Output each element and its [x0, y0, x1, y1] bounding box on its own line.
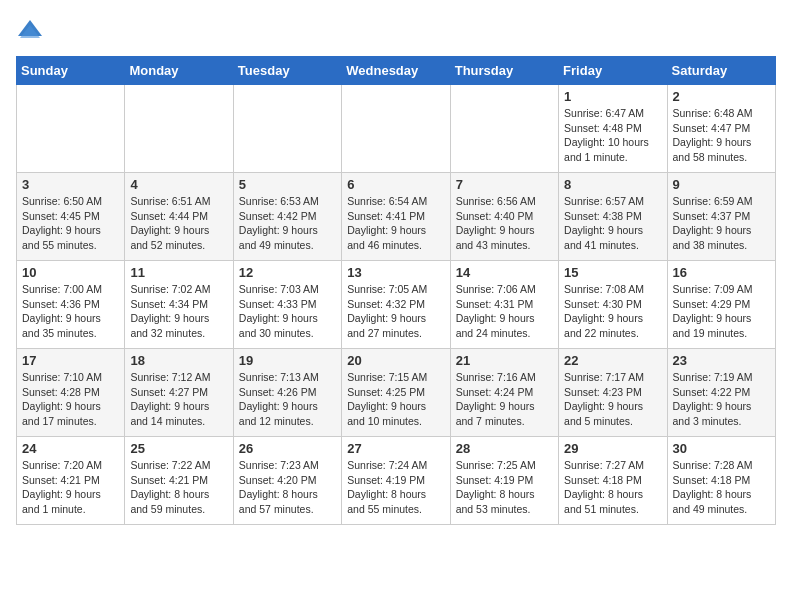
- calendar-cell: 18Sunrise: 7:12 AMSunset: 4:27 PMDayligh…: [125, 349, 233, 437]
- day-number: 7: [456, 177, 553, 192]
- day-number: 6: [347, 177, 444, 192]
- header: [16, 16, 776, 44]
- calendar-cell: 21Sunrise: 7:16 AMSunset: 4:24 PMDayligh…: [450, 349, 558, 437]
- calendar-cell: 4Sunrise: 6:51 AMSunset: 4:44 PMDaylight…: [125, 173, 233, 261]
- calendar-cell: 2Sunrise: 6:48 AMSunset: 4:47 PMDaylight…: [667, 85, 775, 173]
- calendar-cell: 17Sunrise: 7:10 AMSunset: 4:28 PMDayligh…: [17, 349, 125, 437]
- calendar-header-monday: Monday: [125, 57, 233, 85]
- calendar-cell: [342, 85, 450, 173]
- day-number: 15: [564, 265, 661, 280]
- calendar-header-tuesday: Tuesday: [233, 57, 341, 85]
- calendar-cell: 12Sunrise: 7:03 AMSunset: 4:33 PMDayligh…: [233, 261, 341, 349]
- calendar-week-5: 24Sunrise: 7:20 AMSunset: 4:21 PMDayligh…: [17, 437, 776, 525]
- day-info: Sunrise: 7:23 AMSunset: 4:20 PMDaylight:…: [239, 458, 336, 517]
- day-info: Sunrise: 7:09 AMSunset: 4:29 PMDaylight:…: [673, 282, 770, 341]
- calendar-cell: 22Sunrise: 7:17 AMSunset: 4:23 PMDayligh…: [559, 349, 667, 437]
- calendar-header-thursday: Thursday: [450, 57, 558, 85]
- logo-icon: [16, 16, 44, 44]
- day-number: 13: [347, 265, 444, 280]
- day-number: 12: [239, 265, 336, 280]
- day-number: 27: [347, 441, 444, 456]
- day-info: Sunrise: 7:27 AMSunset: 4:18 PMDaylight:…: [564, 458, 661, 517]
- day-number: 18: [130, 353, 227, 368]
- day-number: 30: [673, 441, 770, 456]
- day-number: 28: [456, 441, 553, 456]
- day-info: Sunrise: 7:24 AMSunset: 4:19 PMDaylight:…: [347, 458, 444, 517]
- calendar-cell: 26Sunrise: 7:23 AMSunset: 4:20 PMDayligh…: [233, 437, 341, 525]
- day-number: 10: [22, 265, 119, 280]
- calendar-week-4: 17Sunrise: 7:10 AMSunset: 4:28 PMDayligh…: [17, 349, 776, 437]
- calendar-cell: 6Sunrise: 6:54 AMSunset: 4:41 PMDaylight…: [342, 173, 450, 261]
- calendar-cell: 8Sunrise: 6:57 AMSunset: 4:38 PMDaylight…: [559, 173, 667, 261]
- day-info: Sunrise: 7:08 AMSunset: 4:30 PMDaylight:…: [564, 282, 661, 341]
- day-info: Sunrise: 7:25 AMSunset: 4:19 PMDaylight:…: [456, 458, 553, 517]
- calendar-cell: 23Sunrise: 7:19 AMSunset: 4:22 PMDayligh…: [667, 349, 775, 437]
- calendar-cell: 3Sunrise: 6:50 AMSunset: 4:45 PMDaylight…: [17, 173, 125, 261]
- logo: [16, 16, 48, 44]
- day-info: Sunrise: 6:59 AMSunset: 4:37 PMDaylight:…: [673, 194, 770, 253]
- day-info: Sunrise: 6:56 AMSunset: 4:40 PMDaylight:…: [456, 194, 553, 253]
- calendar-cell: 14Sunrise: 7:06 AMSunset: 4:31 PMDayligh…: [450, 261, 558, 349]
- day-number: 9: [673, 177, 770, 192]
- day-number: 20: [347, 353, 444, 368]
- calendar-cell: 7Sunrise: 6:56 AMSunset: 4:40 PMDaylight…: [450, 173, 558, 261]
- calendar-header-row: SundayMondayTuesdayWednesdayThursdayFrid…: [17, 57, 776, 85]
- calendar-cell: 25Sunrise: 7:22 AMSunset: 4:21 PMDayligh…: [125, 437, 233, 525]
- day-number: 8: [564, 177, 661, 192]
- day-info: Sunrise: 7:19 AMSunset: 4:22 PMDaylight:…: [673, 370, 770, 429]
- day-number: 17: [22, 353, 119, 368]
- day-number: 23: [673, 353, 770, 368]
- calendar-week-1: 1Sunrise: 6:47 AMSunset: 4:48 PMDaylight…: [17, 85, 776, 173]
- day-info: Sunrise: 6:50 AMSunset: 4:45 PMDaylight:…: [22, 194, 119, 253]
- calendar-cell: 1Sunrise: 6:47 AMSunset: 4:48 PMDaylight…: [559, 85, 667, 173]
- day-info: Sunrise: 7:06 AMSunset: 4:31 PMDaylight:…: [456, 282, 553, 341]
- day-info: Sunrise: 6:48 AMSunset: 4:47 PMDaylight:…: [673, 106, 770, 165]
- day-info: Sunrise: 7:17 AMSunset: 4:23 PMDaylight:…: [564, 370, 661, 429]
- calendar-cell: [125, 85, 233, 173]
- day-info: Sunrise: 7:22 AMSunset: 4:21 PMDaylight:…: [130, 458, 227, 517]
- day-number: 26: [239, 441, 336, 456]
- calendar-cell: 19Sunrise: 7:13 AMSunset: 4:26 PMDayligh…: [233, 349, 341, 437]
- day-number: 25: [130, 441, 227, 456]
- calendar-cell: 9Sunrise: 6:59 AMSunset: 4:37 PMDaylight…: [667, 173, 775, 261]
- day-number: 24: [22, 441, 119, 456]
- day-info: Sunrise: 7:00 AMSunset: 4:36 PMDaylight:…: [22, 282, 119, 341]
- calendar-week-2: 3Sunrise: 6:50 AMSunset: 4:45 PMDaylight…: [17, 173, 776, 261]
- day-info: Sunrise: 7:16 AMSunset: 4:24 PMDaylight:…: [456, 370, 553, 429]
- calendar-cell: 27Sunrise: 7:24 AMSunset: 4:19 PMDayligh…: [342, 437, 450, 525]
- day-info: Sunrise: 7:28 AMSunset: 4:18 PMDaylight:…: [673, 458, 770, 517]
- day-info: Sunrise: 7:10 AMSunset: 4:28 PMDaylight:…: [22, 370, 119, 429]
- calendar: SundayMondayTuesdayWednesdayThursdayFrid…: [16, 56, 776, 525]
- calendar-cell: 13Sunrise: 7:05 AMSunset: 4:32 PMDayligh…: [342, 261, 450, 349]
- calendar-cell: 10Sunrise: 7:00 AMSunset: 4:36 PMDayligh…: [17, 261, 125, 349]
- day-number: 2: [673, 89, 770, 104]
- calendar-header-sunday: Sunday: [17, 57, 125, 85]
- calendar-week-3: 10Sunrise: 7:00 AMSunset: 4:36 PMDayligh…: [17, 261, 776, 349]
- calendar-header-saturday: Saturday: [667, 57, 775, 85]
- day-info: Sunrise: 7:02 AMSunset: 4:34 PMDaylight:…: [130, 282, 227, 341]
- calendar-cell: 28Sunrise: 7:25 AMSunset: 4:19 PMDayligh…: [450, 437, 558, 525]
- calendar-cell: 30Sunrise: 7:28 AMSunset: 4:18 PMDayligh…: [667, 437, 775, 525]
- day-info: Sunrise: 7:13 AMSunset: 4:26 PMDaylight:…: [239, 370, 336, 429]
- day-number: 29: [564, 441, 661, 456]
- day-number: 1: [564, 89, 661, 104]
- calendar-header-friday: Friday: [559, 57, 667, 85]
- page: SundayMondayTuesdayWednesdayThursdayFrid…: [0, 0, 792, 541]
- day-info: Sunrise: 7:20 AMSunset: 4:21 PMDaylight:…: [22, 458, 119, 517]
- day-info: Sunrise: 6:53 AMSunset: 4:42 PMDaylight:…: [239, 194, 336, 253]
- day-number: 14: [456, 265, 553, 280]
- day-number: 3: [22, 177, 119, 192]
- day-number: 19: [239, 353, 336, 368]
- day-number: 4: [130, 177, 227, 192]
- day-info: Sunrise: 6:47 AMSunset: 4:48 PMDaylight:…: [564, 106, 661, 165]
- day-number: 21: [456, 353, 553, 368]
- day-info: Sunrise: 7:15 AMSunset: 4:25 PMDaylight:…: [347, 370, 444, 429]
- calendar-cell: 16Sunrise: 7:09 AMSunset: 4:29 PMDayligh…: [667, 261, 775, 349]
- day-info: Sunrise: 6:51 AMSunset: 4:44 PMDaylight:…: [130, 194, 227, 253]
- day-info: Sunrise: 6:57 AMSunset: 4:38 PMDaylight:…: [564, 194, 661, 253]
- day-info: Sunrise: 7:03 AMSunset: 4:33 PMDaylight:…: [239, 282, 336, 341]
- day-number: 22: [564, 353, 661, 368]
- calendar-cell: [17, 85, 125, 173]
- day-info: Sunrise: 7:12 AMSunset: 4:27 PMDaylight:…: [130, 370, 227, 429]
- day-number: 16: [673, 265, 770, 280]
